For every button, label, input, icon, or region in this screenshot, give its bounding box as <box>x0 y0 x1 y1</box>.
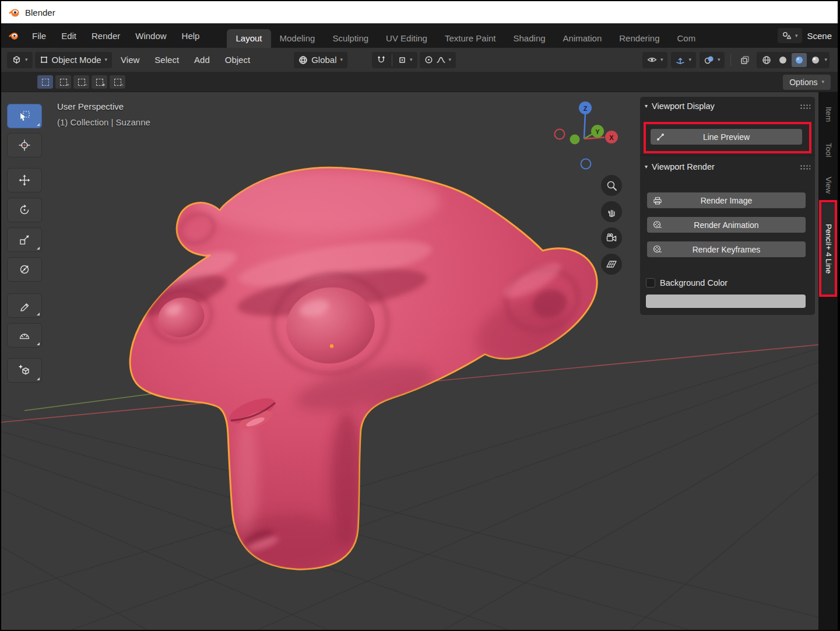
render-animation-button[interactable]: Render Animation <box>647 217 806 233</box>
background-color-label: Background Color <box>660 278 727 288</box>
tool-select-box[interactable] <box>7 104 42 128</box>
transform-orientation-selector[interactable]: Global ▾ <box>294 52 347 68</box>
tool-scale[interactable] <box>7 227 42 252</box>
select-mode-intersect[interactable]: ∩ <box>110 75 125 89</box>
camera-view-control[interactable] <box>601 227 622 248</box>
chevron-down-icon: ▾ <box>340 57 343 62</box>
grid-plane-icon <box>606 258 617 270</box>
pan-control[interactable] <box>601 201 622 222</box>
select-mode-subtract[interactable]: − <box>73 75 89 89</box>
nav-gizmo[interactable]: Z Y X <box>546 98 622 174</box>
chevron-down-icon: ▾ <box>660 57 663 62</box>
workspace-tab-sculpting[interactable]: Sculpting <box>324 29 377 48</box>
tool-transform[interactable] <box>7 257 42 282</box>
menu-file[interactable]: File <box>24 31 54 41</box>
workspace-tab-rendering[interactable]: Rendering <box>610 29 668 48</box>
editor-type-selector[interactable]: ▾ <box>7 52 33 68</box>
viewport-3d[interactable]: User Perspective (1) Collection | Suzann… <box>1 92 838 630</box>
dashed-square-icon <box>42 79 49 86</box>
workspace-tab-animation[interactable]: Animation <box>554 29 611 48</box>
gizmo-z-neg-axis[interactable] <box>581 159 591 169</box>
tool-settings-bar: + − ∗ ∩ Options ▾ <box>1 72 838 92</box>
toggle-ortho-control[interactable] <box>601 254 622 275</box>
mode-selector-label: Object Mode <box>52 55 101 65</box>
panel-header-viewport-display[interactable]: ▾ Viewport Display <box>645 101 810 111</box>
gizmos-dropdown[interactable]: ▾ <box>671 52 696 68</box>
measure-protractor-icon <box>19 329 30 341</box>
menu-object[interactable]: Object <box>219 55 256 65</box>
orientation-label: Global <box>311 55 336 65</box>
select-box-icon <box>19 110 30 122</box>
workspace-tab-modeling[interactable]: Modeling <box>271 29 324 48</box>
tool-measure[interactable] <box>7 323 42 348</box>
gizmo-x-neg-axis[interactable] <box>555 129 565 139</box>
panel-title: Viewport Display <box>652 101 715 111</box>
tool-move[interactable] <box>7 168 42 192</box>
annotate-pen-icon <box>19 300 30 311</box>
proportional-editing-controls[interactable]: ▾ <box>420 52 456 68</box>
snapping-controls[interactable]: ▾ <box>372 52 417 68</box>
mode-selector[interactable]: Object Mode ▾ <box>35 52 113 68</box>
line-preview-label: Line Preview <box>703 132 750 142</box>
tool-cursor[interactable] <box>7 133 42 157</box>
overlays-dropdown[interactable]: ▾ <box>700 52 725 68</box>
shading-solid-button[interactable] <box>775 53 790 67</box>
editor-3d-viewport-icon <box>12 55 22 65</box>
gizmo-y-label: Y <box>595 128 600 135</box>
menu-view[interactable]: View <box>114 55 146 65</box>
shading-wireframe-button[interactable] <box>759 53 774 67</box>
shading-solid-icon <box>778 55 788 65</box>
shading-material-icon <box>795 55 804 65</box>
blender-menu-button[interactable] <box>1 30 24 41</box>
background-color-swatch[interactable] <box>646 295 806 308</box>
workspace-tab-shading[interactable]: Shading <box>505 29 554 48</box>
zoom-control[interactable] <box>601 175 622 196</box>
chevron-down-icon: ▾ <box>824 57 827 62</box>
line-preview-button[interactable]: Line Preview <box>651 129 802 145</box>
render-image-button[interactable]: Render Image <box>647 192 806 208</box>
hand-icon <box>606 206 617 218</box>
background-color-checkbox[interactable] <box>646 278 655 288</box>
workspace-tab-texture-paint[interactable]: Texture Paint <box>436 29 505 48</box>
falloff-curve-icon <box>437 56 445 64</box>
render-animation-label: Render Animation <box>694 220 758 230</box>
object-origin-dot <box>330 344 333 348</box>
menu-edit[interactable]: Edit <box>54 31 84 41</box>
panel-grip-handle[interactable] <box>800 164 810 170</box>
render-keyframes-button[interactable]: Render Keyframes <box>647 241 806 257</box>
xray-toggle[interactable] <box>737 52 753 68</box>
shading-rendered-button[interactable] <box>808 53 823 67</box>
menu-select[interactable]: Select <box>148 55 185 65</box>
suzanne-mesh[interactable] <box>114 159 603 573</box>
panel-grip-handle[interactable] <box>800 104 810 109</box>
scene-selector[interactable]: ▾ <box>778 28 803 43</box>
shading-material-button[interactable] <box>792 53 807 67</box>
tool-add-cube[interactable] <box>7 358 42 383</box>
panel-expand-icon: ▾ <box>645 103 648 109</box>
tool-annotate[interactable] <box>7 293 42 318</box>
window-titlebar: Blender <box>1 1 838 23</box>
workspace-tab-compositing[interactable]: Com <box>669 29 705 48</box>
panel-header-viewport-render[interactable]: ▾ Viewport Render <box>645 162 810 171</box>
menu-add[interactable]: Add <box>188 55 216 65</box>
blender-logo-icon <box>8 30 19 41</box>
select-mode-set[interactable] <box>37 75 53 89</box>
menu-render[interactable]: Render <box>84 31 128 41</box>
window-title: Blender <box>25 8 55 17</box>
gizmo-y-neg-axis[interactable] <box>570 135 580 145</box>
sidebar-tab-item[interactable]: Item <box>820 99 837 129</box>
menu-help[interactable]: Help <box>174 31 208 41</box>
render-keyframes-label: Render Keyframes <box>693 245 761 254</box>
sidebar-tab-view[interactable]: View <box>820 169 837 202</box>
sidebar-tab-pencil-4-line[interactable]: Pencil+ 4 Line <box>820 203 837 295</box>
workspace-tab-uv-editing[interactable]: UV Editing <box>377 29 436 48</box>
printer-icon <box>653 196 662 205</box>
sidebar-tab-tool[interactable]: Tool <box>820 134 837 166</box>
menu-window[interactable]: Window <box>128 31 174 41</box>
select-mode-extend[interactable]: + <box>55 75 71 89</box>
workspace-tab-layout[interactable]: Layout <box>227 29 270 48</box>
options-dropdown[interactable]: Options ▾ <box>783 75 831 90</box>
visibility-dropdown[interactable]: ▾ <box>642 52 668 68</box>
select-mode-invert[interactable]: ∗ <box>92 75 107 89</box>
tool-rotate[interactable] <box>7 198 42 222</box>
